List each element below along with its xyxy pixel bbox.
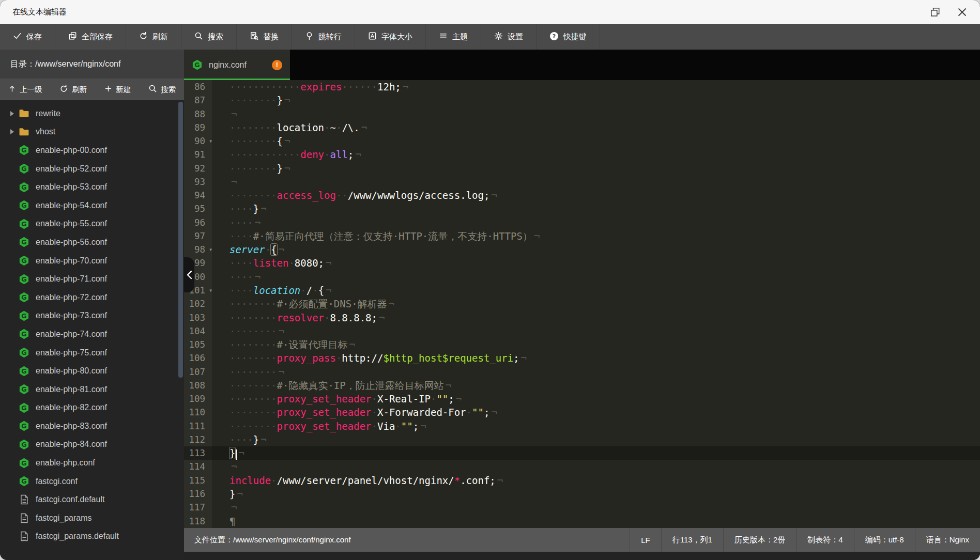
document-icon xyxy=(19,512,29,523)
code-line-95[interactable]: 95····}¬ xyxy=(184,202,980,215)
file-item-enable-php-00.conf[interactable]: Genable-php-00.conf xyxy=(0,141,184,160)
sidebar-action-search[interactable]: 搜索 xyxy=(148,84,176,95)
file-name: enable-php-75.conf xyxy=(36,348,107,357)
file-item-enable-php-75.conf[interactable]: Genable-php-75.conf xyxy=(0,344,184,362)
toolbar-button-check[interactable]: 保存 xyxy=(0,24,55,50)
code-text: ¬ xyxy=(212,501,237,514)
toolbar-button-copy[interactable]: 全部保存 xyxy=(55,24,126,50)
file-item-enable-php-81.conf[interactable]: Genable-php-81.conf xyxy=(0,380,184,399)
file-item-enable-php-56.conf[interactable]: Genable-php-56.conf xyxy=(0,233,184,252)
file-item-enable-php-84.conf[interactable]: Genable-php-84.conf xyxy=(0,435,184,454)
code-line-91[interactable]: 91············deny·all;¬ xyxy=(184,148,980,161)
code-line-108[interactable]: 108········#·隐藏真实·IP，防止泄露给目标网站¬ xyxy=(184,379,980,392)
code-line-99[interactable]: 99····listen·8080;¬ xyxy=(184,256,980,270)
toolbar-button-pin[interactable]: 跳转行 xyxy=(292,24,355,50)
code-line-97[interactable]: 97····#·简易正向代理（注意：仅支持·HTTP·流量，不支持·HTTPS）… xyxy=(184,229,980,243)
toolbar-button-gear[interactable]: 设置 xyxy=(481,24,537,50)
code-line-89[interactable]: 89········location·~·/\.¬ xyxy=(184,121,980,134)
toolbar-button-refresh[interactable]: 刷新 xyxy=(126,24,181,50)
code-line-106[interactable]: 106········proxy_pass·http://$http_host$… xyxy=(184,351,980,365)
file-item-fastcgi.conf[interactable]: Gfastcgi.conf xyxy=(0,472,184,491)
status-segment-2: 历史版本：2份 xyxy=(723,528,796,552)
code-line-92[interactable]: 92········}¬ xyxy=(184,162,980,175)
file-item-enable-php.conf[interactable]: Genable-php.conf xyxy=(0,454,184,472)
caret-right-icon xyxy=(10,479,19,484)
fold-arrow-icon[interactable]: ▼ xyxy=(209,135,212,148)
folder-item-rewrite[interactable]: rewrite xyxy=(0,104,184,123)
sidebar-action-refresh[interactable]: 刷新 xyxy=(59,84,87,95)
toolbar-button-help[interactable]: ?快捷键 xyxy=(537,24,600,50)
file-item-fastcgi.conf.default[interactable]: fastcgi.conf.default xyxy=(0,490,184,509)
file-item-enable-php-70.conf[interactable]: Genable-php-70.conf xyxy=(0,252,184,270)
collapse-sidebar-handle[interactable] xyxy=(184,257,194,292)
file-item-enable-php-80.conf[interactable]: Genable-php-80.conf xyxy=(0,362,184,380)
file-item-enable-php-72.conf[interactable]: Genable-php-72.conf xyxy=(0,288,184,307)
code-editor[interactable]: 86············expires······12h;¬87······… xyxy=(184,80,980,528)
caret-right-icon[interactable] xyxy=(10,129,19,134)
code-line-103[interactable]: 103········resolver·8.8.8.8;¬ xyxy=(184,311,980,324)
code-line-112[interactable]: 112····}¬ xyxy=(184,433,980,446)
directory-path-label: 目录：/www/server/nginx/conf xyxy=(10,59,120,70)
code-line-117[interactable]: 117¬ xyxy=(184,501,980,514)
code-line-107[interactable]: 107········¬ xyxy=(184,365,980,379)
code-line-109[interactable]: 109········proxy_set_header·X-Real-IP·""… xyxy=(184,392,980,406)
code-line-118[interactable]: 118¶ xyxy=(184,515,980,528)
file-item-fastcgi_params[interactable]: fastcgi_params xyxy=(0,509,184,527)
file-item-enable-php-53.conf[interactable]: Genable-php-53.conf xyxy=(0,178,184,196)
code-line-114[interactable]: 114¬ xyxy=(184,460,980,473)
close-window-button[interactable] xyxy=(956,6,968,18)
search-icon xyxy=(148,84,157,95)
code-line-98[interactable]: 98▼server·{¬ xyxy=(184,243,980,256)
code-line-116[interactable]: 116}¬ xyxy=(184,487,980,501)
code-text: ····}¬ xyxy=(212,202,267,215)
toolbar-button-theme[interactable]: 主题 xyxy=(426,24,481,50)
fold-arrow-icon[interactable]: ▼ xyxy=(209,243,212,257)
code-line-111[interactable]: 111········proxy_set_header·Via·"";¬ xyxy=(184,419,980,433)
file-item-enable-php-74.conf[interactable]: Genable-php-74.conf xyxy=(0,325,184,344)
tab-nginx-conf[interactable]: G nginx.conf ! xyxy=(184,50,290,80)
toolbar-button-fontsize[interactable]: 字体大小 xyxy=(355,24,426,50)
restore-window-button[interactable] xyxy=(929,6,941,18)
toolbar-button-replace[interactable]: 替换 xyxy=(237,24,292,50)
code-line-90[interactable]: 90▼········{¬ xyxy=(184,134,980,148)
code-line-115[interactable]: 115include·/www/server/panel/vhost/nginx… xyxy=(184,474,980,487)
sidebar-action-up[interactable]: 上一级 xyxy=(8,85,42,95)
code-line-104[interactable]: 104········¬ xyxy=(184,324,980,338)
document-icon xyxy=(19,531,29,542)
nginx-file-icon: G xyxy=(19,219,29,229)
file-item-fastcgi_params.default[interactable]: fastcgi_params.default xyxy=(0,527,184,546)
nginx-file-icon: G xyxy=(19,237,29,247)
theme-icon xyxy=(439,32,448,42)
toolbar-button-search[interactable]: 搜索 xyxy=(181,24,237,50)
file-item-enable-php-55.conf[interactable]: Genable-php-55.conf xyxy=(0,215,184,234)
sidebar-action-plus[interactable]: 新建 xyxy=(104,85,131,95)
code-line-113[interactable]: 113}¬ xyxy=(184,446,980,460)
code-line-105[interactable]: 105········#·设置代理目标¬ xyxy=(184,338,980,351)
svg-text:G: G xyxy=(21,220,26,228)
code-line-93[interactable]: 93¬ xyxy=(184,175,980,189)
code-line-101[interactable]: 101▼····location·/·{¬ xyxy=(184,284,980,297)
file-item-enable-php-82.conf[interactable]: Genable-php-82.conf xyxy=(0,399,184,417)
code-line-96[interactable]: 96····¬ xyxy=(184,216,980,229)
file-item-enable-php-73.conf[interactable]: Genable-php-73.conf xyxy=(0,307,184,325)
code-line-86[interactable]: 86············expires······12h;¬ xyxy=(184,80,980,94)
code-line-100[interactable]: 100····¬ xyxy=(184,270,980,284)
code-line-94[interactable]: 94········access_log··/www/wwwlogs/acces… xyxy=(184,189,980,202)
sidebar-scrollbar[interactable] xyxy=(178,102,183,378)
file-item-enable-php-52.conf[interactable]: Genable-php-52.conf xyxy=(0,160,184,178)
code-line-102[interactable]: 102········#·必须配置·DNS·解析器¬ xyxy=(184,297,980,310)
file-item-enable-php-71.conf[interactable]: Genable-php-71.conf xyxy=(0,270,184,288)
code-line-110[interactable]: 110········proxy_set_header·X-Forwarded-… xyxy=(184,406,980,419)
folder-item-vhost[interactable]: vhost xyxy=(0,123,184,142)
fold-arrow-icon[interactable]: ▼ xyxy=(209,284,212,298)
code-line-88[interactable]: 88¬ xyxy=(184,107,980,121)
code-line-87[interactable]: 87········}¬ xyxy=(184,94,980,107)
file-name: fastcgi.conf.default xyxy=(36,495,104,504)
caret-right-icon[interactable] xyxy=(10,111,19,116)
svg-text:G: G xyxy=(21,201,26,209)
line-number: 115 xyxy=(184,474,212,487)
file-item-enable-php-54.conf[interactable]: Genable-php-54.conf xyxy=(0,196,184,215)
svg-text:G: G xyxy=(21,422,26,430)
file-item-enable-php-83.conf[interactable]: Genable-php-83.conf xyxy=(0,417,184,435)
code-text: include·/www/server/panel/vhost/nginx/*.… xyxy=(212,474,503,487)
